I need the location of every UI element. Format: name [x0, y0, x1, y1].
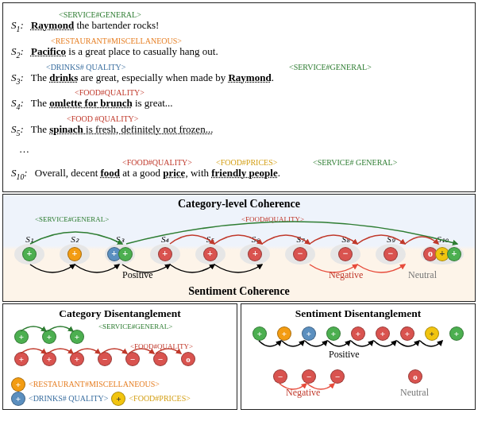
- title-cat-disent: Category Disentanglement: [10, 307, 230, 320]
- tag-restaurant-misc: <RESTAURANT#MISCELLANEOUS>: [51, 37, 182, 47]
- tag-service-general-3: <SERVICE# GENERAL>: [313, 158, 397, 168]
- sentence-s3: <DRINKS# QUALITY> <SERVICE#GENERAL> S3: …: [11, 71, 467, 87]
- sd-neg-2: −: [302, 369, 316, 384]
- s10-aspect-food: food: [101, 167, 121, 179]
- tag-food-quality-3: <FOOD#QUALITY>: [122, 158, 192, 168]
- sentence-s5: <FOOD #QUALITY> S5: The spinach is fresh…: [11, 123, 467, 138]
- coherence-nodes: S₁+ S₂+ S₃++ S₄+ S₅+ S₆+ S₇− S₈− S₉− S₁₀…: [14, 244, 464, 265]
- s4-index: S4:: [11, 97, 24, 109]
- ellipsis: …: [11, 143, 467, 156]
- cd-fq-3: +: [70, 352, 84, 366]
- s10-aspect-price: price: [163, 167, 185, 179]
- cd-fq-5: −: [125, 352, 140, 366]
- sd-neg-3: −: [330, 369, 345, 384]
- title-sent-disent: Sentiment Disentanglement: [248, 307, 468, 320]
- tag-food-prices: <FOOD#PRICES>: [216, 158, 277, 168]
- s3-index: S3:: [11, 71, 24, 83]
- cd-fq-6: −: [153, 352, 168, 366]
- node-s8: −: [338, 247, 353, 261]
- s5-aspect: spinach: [49, 123, 83, 135]
- s1-index: S1:: [11, 19, 24, 31]
- cd-fq-1: +: [14, 352, 29, 366]
- title-category-coherence: Category-level Coherence: [11, 198, 467, 210]
- sd-pos-1: +: [252, 326, 267, 341]
- positive-label: Positive: [122, 269, 153, 281]
- node-s5: +: [203, 247, 218, 261]
- cd-sg-3: +: [70, 330, 84, 344]
- s2-index: S2:: [11, 45, 24, 57]
- p2-tag-service: <SERVICE#GENERAL>: [35, 215, 109, 223]
- node-s10c: +: [447, 247, 461, 261]
- sd-pos-5: +: [351, 326, 365, 341]
- sentence-s10: <FOOD#QUALITY> <FOOD#PRICES> <SERVICE# G…: [11, 167, 467, 182]
- sd-neu-1: o: [408, 369, 422, 384]
- s10-aspect-people: friendly people: [211, 167, 277, 179]
- tag-food-quality: <FOOD#QUALITY>: [75, 88, 145, 98]
- sentence-s2: <RESTAURANT#MISCELLANEOUS> S2: Pacifico …: [11, 45, 467, 60]
- node-s1: +: [22, 247, 37, 261]
- sd-neutral-label: Neutral: [400, 387, 429, 399]
- s5-index: S5:: [11, 123, 24, 135]
- tag-service-general: <SERVICE#GENERAL>: [59, 10, 141, 21]
- sd-neg-1: −: [273, 369, 287, 384]
- sentence-s4: <FOOD#QUALITY> S4: The omlette for brunc…: [11, 97, 467, 112]
- sd-pos-4: +: [326, 326, 341, 341]
- sentiment-disentanglement-panel: Sentiment Disentanglement + + + + + + + …: [241, 303, 476, 410]
- sd-pos-9: +: [449, 326, 464, 341]
- s4-aspect: omlette for brunch: [49, 97, 132, 109]
- node-s9: −: [384, 247, 398, 261]
- node-s7: −: [293, 247, 307, 261]
- legend-rm: +<RESTAURANT#MISCELLANEOUS>: [11, 377, 160, 392]
- p3a-tag-service: <SERVICE#GENERAL>: [98, 322, 172, 330]
- s1-text: the bartender rocks!: [74, 19, 159, 31]
- s10-index: S10:: [11, 167, 28, 179]
- s3-aspect2: Raymond: [228, 71, 271, 83]
- sd-pos-7: +: [400, 326, 414, 341]
- p2-tag-food: <FOOD#QUALITY>: [241, 215, 304, 223]
- s1-aspect: Raymond: [31, 19, 74, 31]
- s3-aspect: drinks: [49, 71, 78, 83]
- cd-sg-2: +: [42, 330, 56, 344]
- node-s6: +: [248, 247, 262, 261]
- sentence-panel: <SERVICE#GENERAL> S1: Raymond the barten…: [2, 2, 476, 192]
- sd-pos-3: +: [302, 326, 316, 341]
- negative-label: Negative: [329, 269, 363, 281]
- category-disentanglement-panel: Category Disentanglement <SERVICE#GENERA…: [2, 303, 237, 410]
- cd-fq-7: o: [181, 352, 195, 366]
- sd-negative-label: Negative: [286, 387, 320, 399]
- legend-dqfp: +<DRINKS# QUALITY> +<FOOD#PRICES>: [11, 392, 191, 406]
- coherence-panel: Category-level Coherence <SERVICE#GENERA…: [2, 194, 476, 302]
- tag-food-quality-2: <FOOD #QUALITY>: [67, 114, 138, 125]
- cd-fq-2: +: [42, 352, 56, 366]
- cd-fq-4: −: [98, 352, 112, 366]
- tag-drinks-quality: <DRINKS# QUALITY>: [46, 63, 125, 73]
- sd-pos-2: +: [277, 326, 291, 341]
- node-s2: +: [67, 247, 82, 261]
- sd-pos-8: +: [425, 326, 439, 341]
- sd-positive-label: Positive: [329, 349, 360, 361]
- s2-aspect: Pacifico: [31, 45, 66, 57]
- node-s3b: +: [118, 247, 133, 261]
- p3a-tag-food: <FOOD#QUALITY>: [130, 342, 193, 350]
- node-s4: +: [158, 247, 172, 261]
- tag-service-general-2: <SERVICE#GENERAL>: [289, 63, 372, 73]
- title-sentiment-coherence: Sentiment Coherence: [3, 285, 475, 298]
- sd-pos-6: +: [376, 326, 390, 341]
- s2-text: is a great place to casually hang out.: [66, 45, 218, 57]
- neutral-label: Neutral: [408, 269, 437, 281]
- sentence-s1: <SERVICE#GENERAL> S1: Raymond the barten…: [11, 19, 467, 34]
- cd-sg-1: +: [14, 330, 29, 344]
